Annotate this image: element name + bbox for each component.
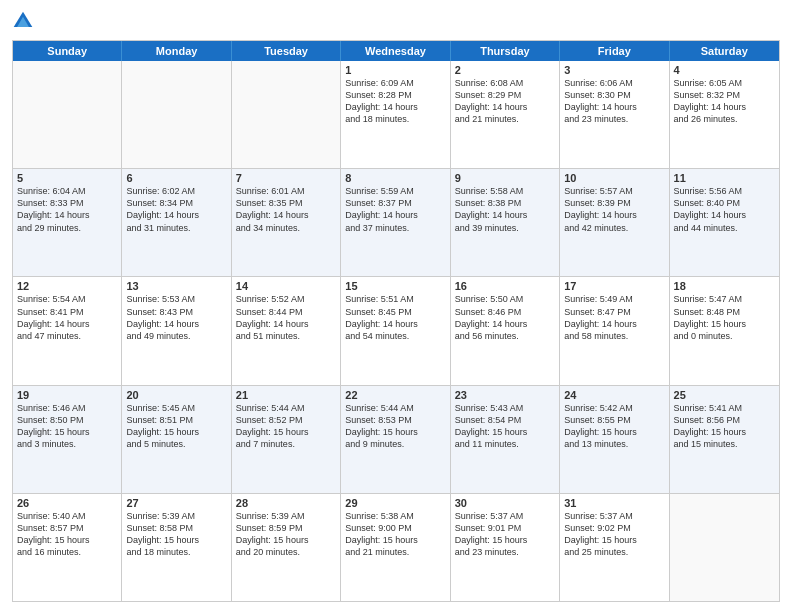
calendar-cell-4: 4Sunrise: 6:05 AM Sunset: 8:32 PM Daylig… [670, 61, 779, 168]
day-number: 11 [674, 172, 775, 184]
calendar-row-1: 5Sunrise: 6:04 AM Sunset: 8:33 PM Daylig… [13, 168, 779, 276]
day-number: 9 [455, 172, 555, 184]
header [12, 10, 780, 32]
calendar-cell-28: 28Sunrise: 5:39 AM Sunset: 8:59 PM Dayli… [232, 494, 341, 601]
calendar-cell-2: 2Sunrise: 6:08 AM Sunset: 8:29 PM Daylig… [451, 61, 560, 168]
calendar-cell-1: 1Sunrise: 6:09 AM Sunset: 8:28 PM Daylig… [341, 61, 450, 168]
day-info: Sunrise: 5:52 AM Sunset: 8:44 PM Dayligh… [236, 293, 336, 342]
day-info: Sunrise: 5:42 AM Sunset: 8:55 PM Dayligh… [564, 402, 664, 451]
day-number: 5 [17, 172, 117, 184]
calendar-cell-empty-2 [232, 61, 341, 168]
day-number: 16 [455, 280, 555, 292]
day-number: 26 [17, 497, 117, 509]
page: SundayMondayTuesdayWednesdayThursdayFrid… [0, 0, 792, 612]
calendar-cell-3: 3Sunrise: 6:06 AM Sunset: 8:30 PM Daylig… [560, 61, 669, 168]
calendar-body: 1Sunrise: 6:09 AM Sunset: 8:28 PM Daylig… [13, 61, 779, 601]
day-info: Sunrise: 5:51 AM Sunset: 8:45 PM Dayligh… [345, 293, 445, 342]
day-number: 24 [564, 389, 664, 401]
logo-icon [12, 10, 34, 32]
day-info: Sunrise: 5:45 AM Sunset: 8:51 PM Dayligh… [126, 402, 226, 451]
calendar-row-3: 19Sunrise: 5:46 AM Sunset: 8:50 PM Dayli… [13, 385, 779, 493]
day-info: Sunrise: 5:41 AM Sunset: 8:56 PM Dayligh… [674, 402, 775, 451]
day-info: Sunrise: 5:56 AM Sunset: 8:40 PM Dayligh… [674, 185, 775, 234]
calendar-cell-8: 8Sunrise: 5:59 AM Sunset: 8:37 PM Daylig… [341, 169, 450, 276]
calendar-cell-10: 10Sunrise: 5:57 AM Sunset: 8:39 PM Dayli… [560, 169, 669, 276]
day-info: Sunrise: 5:46 AM Sunset: 8:50 PM Dayligh… [17, 402, 117, 451]
calendar-cell-19: 19Sunrise: 5:46 AM Sunset: 8:50 PM Dayli… [13, 386, 122, 493]
day-number: 15 [345, 280, 445, 292]
header-day-wednesday: Wednesday [341, 41, 450, 61]
logo [12, 10, 38, 32]
calendar-cell-7: 7Sunrise: 6:01 AM Sunset: 8:35 PM Daylig… [232, 169, 341, 276]
day-info: Sunrise: 6:04 AM Sunset: 8:33 PM Dayligh… [17, 185, 117, 234]
calendar-cell-18: 18Sunrise: 5:47 AM Sunset: 8:48 PM Dayli… [670, 277, 779, 384]
day-info: Sunrise: 6:06 AM Sunset: 8:30 PM Dayligh… [564, 77, 664, 126]
day-info: Sunrise: 5:57 AM Sunset: 8:39 PM Dayligh… [564, 185, 664, 234]
day-number: 4 [674, 64, 775, 76]
header-day-tuesday: Tuesday [232, 41, 341, 61]
day-info: Sunrise: 5:53 AM Sunset: 8:43 PM Dayligh… [126, 293, 226, 342]
day-info: Sunrise: 5:37 AM Sunset: 9:01 PM Dayligh… [455, 510, 555, 559]
day-info: Sunrise: 5:50 AM Sunset: 8:46 PM Dayligh… [455, 293, 555, 342]
calendar-cell-26: 26Sunrise: 5:40 AM Sunset: 8:57 PM Dayli… [13, 494, 122, 601]
day-number: 20 [126, 389, 226, 401]
calendar-cell-20: 20Sunrise: 5:45 AM Sunset: 8:51 PM Dayli… [122, 386, 231, 493]
header-day-thursday: Thursday [451, 41, 560, 61]
calendar-cell-11: 11Sunrise: 5:56 AM Sunset: 8:40 PM Dayli… [670, 169, 779, 276]
calendar-cell-23: 23Sunrise: 5:43 AM Sunset: 8:54 PM Dayli… [451, 386, 560, 493]
day-number: 2 [455, 64, 555, 76]
day-number: 7 [236, 172, 336, 184]
day-info: Sunrise: 5:58 AM Sunset: 8:38 PM Dayligh… [455, 185, 555, 234]
calendar-cell-14: 14Sunrise: 5:52 AM Sunset: 8:44 PM Dayli… [232, 277, 341, 384]
calendar-cell-12: 12Sunrise: 5:54 AM Sunset: 8:41 PM Dayli… [13, 277, 122, 384]
calendar-cell-25: 25Sunrise: 5:41 AM Sunset: 8:56 PM Dayli… [670, 386, 779, 493]
calendar-cell-empty-1 [122, 61, 231, 168]
day-number: 29 [345, 497, 445, 509]
day-info: Sunrise: 6:08 AM Sunset: 8:29 PM Dayligh… [455, 77, 555, 126]
day-number: 10 [564, 172, 664, 184]
day-info: Sunrise: 6:05 AM Sunset: 8:32 PM Dayligh… [674, 77, 775, 126]
calendar-row-4: 26Sunrise: 5:40 AM Sunset: 8:57 PM Dayli… [13, 493, 779, 601]
day-info: Sunrise: 5:44 AM Sunset: 8:53 PM Dayligh… [345, 402, 445, 451]
day-info: Sunrise: 5:38 AM Sunset: 9:00 PM Dayligh… [345, 510, 445, 559]
header-day-friday: Friday [560, 41, 669, 61]
calendar-row-2: 12Sunrise: 5:54 AM Sunset: 8:41 PM Dayli… [13, 276, 779, 384]
calendar-cell-27: 27Sunrise: 5:39 AM Sunset: 8:58 PM Dayli… [122, 494, 231, 601]
day-number: 23 [455, 389, 555, 401]
calendar-cell-24: 24Sunrise: 5:42 AM Sunset: 8:55 PM Dayli… [560, 386, 669, 493]
day-info: Sunrise: 5:59 AM Sunset: 8:37 PM Dayligh… [345, 185, 445, 234]
day-info: Sunrise: 5:49 AM Sunset: 8:47 PM Dayligh… [564, 293, 664, 342]
calendar-cell-15: 15Sunrise: 5:51 AM Sunset: 8:45 PM Dayli… [341, 277, 450, 384]
calendar-cell-31: 31Sunrise: 5:37 AM Sunset: 9:02 PM Dayli… [560, 494, 669, 601]
calendar-cell-6: 6Sunrise: 6:02 AM Sunset: 8:34 PM Daylig… [122, 169, 231, 276]
calendar-cell-21: 21Sunrise: 5:44 AM Sunset: 8:52 PM Dayli… [232, 386, 341, 493]
day-info: Sunrise: 6:01 AM Sunset: 8:35 PM Dayligh… [236, 185, 336, 234]
calendar-cell-5: 5Sunrise: 6:04 AM Sunset: 8:33 PM Daylig… [13, 169, 122, 276]
day-info: Sunrise: 5:39 AM Sunset: 8:59 PM Dayligh… [236, 510, 336, 559]
day-info: Sunrise: 5:43 AM Sunset: 8:54 PM Dayligh… [455, 402, 555, 451]
calendar-cell-17: 17Sunrise: 5:49 AM Sunset: 8:47 PM Dayli… [560, 277, 669, 384]
calendar-header: SundayMondayTuesdayWednesdayThursdayFrid… [13, 41, 779, 61]
day-info: Sunrise: 6:02 AM Sunset: 8:34 PM Dayligh… [126, 185, 226, 234]
calendar-cell-29: 29Sunrise: 5:38 AM Sunset: 9:00 PM Dayli… [341, 494, 450, 601]
day-info: Sunrise: 5:37 AM Sunset: 9:02 PM Dayligh… [564, 510, 664, 559]
day-number: 18 [674, 280, 775, 292]
day-number: 31 [564, 497, 664, 509]
day-number: 17 [564, 280, 664, 292]
day-info: Sunrise: 5:44 AM Sunset: 8:52 PM Dayligh… [236, 402, 336, 451]
day-number: 6 [126, 172, 226, 184]
day-number: 19 [17, 389, 117, 401]
header-day-monday: Monday [122, 41, 231, 61]
day-number: 21 [236, 389, 336, 401]
calendar-cell-30: 30Sunrise: 5:37 AM Sunset: 9:01 PM Dayli… [451, 494, 560, 601]
day-number: 25 [674, 389, 775, 401]
day-number: 14 [236, 280, 336, 292]
day-info: Sunrise: 5:47 AM Sunset: 8:48 PM Dayligh… [674, 293, 775, 342]
day-number: 28 [236, 497, 336, 509]
day-info: Sunrise: 5:39 AM Sunset: 8:58 PM Dayligh… [126, 510, 226, 559]
day-number: 8 [345, 172, 445, 184]
day-number: 13 [126, 280, 226, 292]
day-info: Sunrise: 5:54 AM Sunset: 8:41 PM Dayligh… [17, 293, 117, 342]
day-info: Sunrise: 6:09 AM Sunset: 8:28 PM Dayligh… [345, 77, 445, 126]
day-number: 22 [345, 389, 445, 401]
